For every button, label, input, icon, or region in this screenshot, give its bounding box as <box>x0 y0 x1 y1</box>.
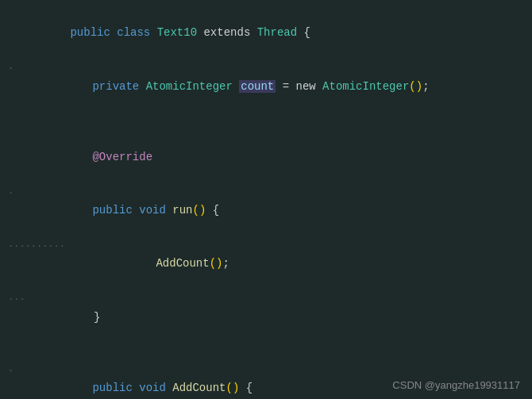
line-content-2: private AtomicInteger count = new Atomic… <box>30 59 524 113</box>
keyword-private: private <box>92 80 145 93</box>
curly-run-open: { <box>213 204 219 217</box>
annotation-override: @Override <box>92 151 152 163</box>
semicolon-6: ; <box>222 257 229 270</box>
classname-atomicinteger: AtomicInteger <box>146 80 240 93</box>
line-content-3 <box>30 113 524 130</box>
open-brace-1: { <box>304 26 310 39</box>
code-line-1: public class Text10 extends Thread { <box>0 6 532 59</box>
method-addcount-def: AddCount <box>172 382 226 394</box>
code-line-3 <box>0 113 532 130</box>
line-dots-9: · <box>8 364 24 379</box>
curly-run-close: } <box>94 311 100 324</box>
line-content-4: @Override <box>30 131 524 184</box>
curly-addcount-open: { <box>246 382 253 394</box>
plain-5 <box>206 204 212 217</box>
paren-close: ) <box>416 80 422 93</box>
code-line-5: · public void run() { <box>0 184 532 237</box>
classname-text10: Text10 <box>157 26 204 39</box>
code-line-8 <box>0 343 532 361</box>
keyword-new: new <box>296 80 323 93</box>
classname-atomicinteger-new: AtomicInteger <box>322 80 409 93</box>
line-content-8 <box>30 343 524 361</box>
code-line-7: ··· } <box>0 290 532 343</box>
code-editor: public class Text10 extends Thread { · p… <box>0 0 532 399</box>
line-dots-7: ··· <box>8 293 25 308</box>
semicolon-2: ; <box>422 80 429 93</box>
paren-addcount-open: ( <box>210 257 216 270</box>
line-content-5: public void run() { <box>30 184 524 237</box>
code-line-6: ·········· AddCount(); <box>0 237 532 290</box>
keyword-public: public <box>70 26 117 39</box>
plain-9 <box>239 382 245 394</box>
keyword-void-2: void <box>139 382 172 394</box>
line-dots-6: ·········· <box>8 240 65 255</box>
line-content-7: } <box>32 290 524 343</box>
method-run: run <box>172 204 192 217</box>
var-count-highlighted: count <box>239 80 276 93</box>
method-addcount-call: AddCount <box>156 257 209 270</box>
code-line-2: · private AtomicInteger count = new Atom… <box>0 59 532 113</box>
watermark: CSDN @yangzhe19931117 <box>392 379 520 391</box>
keyword-void: void <box>139 204 172 217</box>
line-dots-2: · <box>8 62 24 77</box>
line-content-1: public class Text10 extends Thread { <box>30 6 524 59</box>
classname-thread: Thread <box>257 26 304 39</box>
line-content-6: AddCount(); <box>71 237 524 290</box>
paren-addcount2-open: ( <box>226 382 232 394</box>
paren-run-open: ( <box>192 204 199 217</box>
keyword-class: class <box>117 26 156 39</box>
equals-sign: = <box>276 80 295 93</box>
paren-open: ( <box>409 80 415 93</box>
keyword-public-2: public <box>92 204 139 217</box>
code-line-4: @Override <box>0 131 532 184</box>
keyword-public-3: public <box>92 382 139 394</box>
line-dots-5: · <box>8 186 24 201</box>
keyword-extends: extends <box>203 26 256 39</box>
